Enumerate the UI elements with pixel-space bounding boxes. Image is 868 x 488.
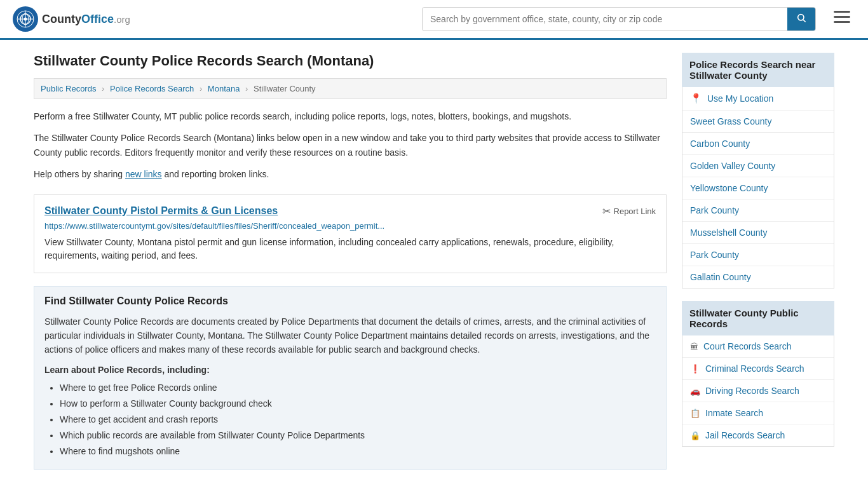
list-item: Which public records are available from …	[60, 428, 656, 444]
court-records-link[interactable]: Court Records Search	[703, 341, 792, 351]
nearby-musselshell[interactable]: Musselshell County	[682, 222, 834, 244]
search-bar	[422, 7, 816, 31]
find-section-title: Find Stillwater County Police Records	[44, 295, 656, 307]
find-list: Where to get free Police Records online …	[44, 380, 656, 460]
nearby-yellowstone[interactable]: Yellowstone County	[682, 177, 834, 200]
driving-icon: 🚗	[690, 386, 700, 396]
list-item: Where to get free Police Records online	[60, 380, 656, 396]
public-jail-records[interactable]: 🔒 Jail Records Search	[682, 424, 834, 446]
nearby-park-2[interactable]: Park County	[682, 244, 834, 266]
report-link-label: Report Link	[614, 207, 656, 216]
find-section: Find Stillwater County Police Records St…	[34, 286, 667, 470]
nearby-park-1[interactable]: Park County	[682, 200, 834, 222]
public-records-section: Stillwater County Public Records 🏛 Court…	[682, 301, 834, 447]
page-container: Stillwater County Police Records Search …	[21, 40, 847, 482]
svg-point-6	[798, 15, 804, 20]
nearby-county-link[interactable]: Sweet Grass County	[690, 116, 771, 126]
breadcrumb-sep-1: ›	[102, 84, 104, 93]
list-item: Where to find mugshots online	[60, 444, 656, 459]
svg-rect-8	[834, 11, 850, 13]
list-item: Where to get accident and crash reports	[60, 412, 656, 428]
breadcrumb-police-records-search[interactable]: Police Records Search	[110, 84, 194, 93]
nearby-golden-valley[interactable]: Golden Valley County	[682, 155, 834, 177]
public-driving-records[interactable]: 🚗 Driving Records Search	[682, 380, 834, 402]
jail-records-link[interactable]: Jail Records Search	[705, 430, 785, 440]
nearby-list: 📍 Use My Location Sweet Grass County Car…	[682, 87, 834, 288]
site-header: CountyOffice.org	[0, 0, 868, 40]
link-card-description: View Stillwater County, Montana pistol p…	[44, 236, 656, 262]
list-item: How to perform a Stillwater County backg…	[60, 396, 656, 412]
description-section: Perform a free Stillwater County, MT pub…	[34, 109, 667, 182]
svg-rect-10	[834, 21, 850, 23]
page-title: Stillwater County Police Records Search …	[34, 53, 667, 69]
public-records-section-title: Stillwater County Public Records	[682, 301, 834, 336]
logo-link[interactable]: CountyOffice.org	[13, 6, 130, 32]
description-p1: Perform a free Stillwater County, MT pub…	[34, 109, 667, 123]
hamburger-menu-button[interactable]	[829, 7, 855, 31]
nearby-section: Police Records Search near Stillwater Co…	[682, 53, 834, 288]
logo-icon	[13, 6, 38, 32]
new-links-link[interactable]: new links	[125, 169, 162, 179]
driving-records-link[interactable]: Driving Records Search	[705, 386, 799, 396]
inmate-icon: 📋	[690, 409, 700, 418]
svg-point-5	[24, 18, 27, 21]
use-location-item[interactable]: 📍 Use My Location	[682, 87, 834, 111]
link-card: Stillwater County Pistol Permits & Gun L…	[34, 194, 667, 273]
link-card-title[interactable]: Stillwater County Pistol Permits & Gun L…	[44, 205, 278, 217]
nearby-county-link[interactable]: Park County	[690, 205, 739, 215]
main-content: Stillwater County Police Records Search …	[34, 53, 667, 470]
link-card-header: Stillwater County Pistol Permits & Gun L…	[44, 205, 656, 217]
nearby-gallatin[interactable]: Gallatin County	[682, 266, 834, 288]
report-link[interactable]: ✂ Report Link	[602, 205, 656, 217]
find-list-title: Learn about Police Records, including:	[44, 365, 656, 375]
link-card-url[interactable]: https://www.stillwatercountymt.gov/sites…	[44, 221, 656, 231]
nearby-county-link[interactable]: Golden Valley County	[690, 161, 775, 171]
public-records-list: 🏛 Court Records Search ❗ Criminal Record…	[682, 336, 834, 447]
svg-line-7	[803, 20, 806, 22]
logo-text: CountyOffice.org	[42, 13, 130, 26]
nearby-section-title: Police Records Search near Stillwater Co…	[682, 53, 834, 87]
description-p3: Help others by sharing new links and rep…	[34, 167, 667, 181]
nearby-carbon[interactable]: Carbon County	[682, 133, 834, 155]
breadcrumb-current: Stillwater County	[254, 84, 316, 93]
nearby-county-link[interactable]: Yellowstone County	[690, 183, 768, 193]
nearby-county-link[interactable]: Carbon County	[690, 139, 750, 149]
public-criminal-records[interactable]: ❗ Criminal Records Search	[682, 358, 834, 380]
criminal-icon: ❗	[690, 364, 700, 374]
court-icon: 🏛	[690, 342, 698, 351]
description-p3-post: and reporting broken links.	[162, 169, 269, 179]
search-input[interactable]	[423, 9, 787, 29]
nearby-county-link[interactable]: Park County	[690, 250, 739, 260]
breadcrumb-montana[interactable]: Montana	[208, 84, 240, 93]
search-button[interactable]	[787, 8, 815, 30]
svg-rect-9	[834, 16, 850, 18]
nearby-county-link[interactable]: Musselshell County	[690, 227, 767, 238]
report-icon: ✂	[602, 205, 611, 217]
breadcrumb-public-records[interactable]: Public Records	[41, 84, 96, 93]
find-section-body: Stillwater County Police Records are doc…	[44, 315, 656, 357]
breadcrumb: Public Records › Police Records Search ›…	[34, 78, 667, 99]
nearby-sweet-grass[interactable]: Sweet Grass County	[682, 111, 834, 133]
location-pin-icon: 📍	[690, 93, 702, 104]
public-inmate-search[interactable]: 📋 Inmate Search	[682, 402, 834, 424]
breadcrumb-sep-3: ›	[245, 84, 248, 93]
description-p3-pre: Help others by sharing	[34, 169, 125, 179]
description-p2: The Stillwater County Police Records Sea…	[34, 131, 667, 159]
breadcrumb-sep-2: ›	[200, 84, 202, 93]
sidebar: Police Records Search near Stillwater Co…	[682, 53, 834, 470]
nearby-county-link[interactable]: Gallatin County	[690, 272, 751, 282]
jail-icon: 🔒	[690, 431, 700, 440]
public-court-records[interactable]: 🏛 Court Records Search	[682, 336, 834, 358]
use-location-link[interactable]: Use My Location	[707, 93, 773, 104]
criminal-records-link[interactable]: Criminal Records Search	[705, 363, 804, 374]
inmate-search-link[interactable]: Inmate Search	[705, 408, 763, 418]
